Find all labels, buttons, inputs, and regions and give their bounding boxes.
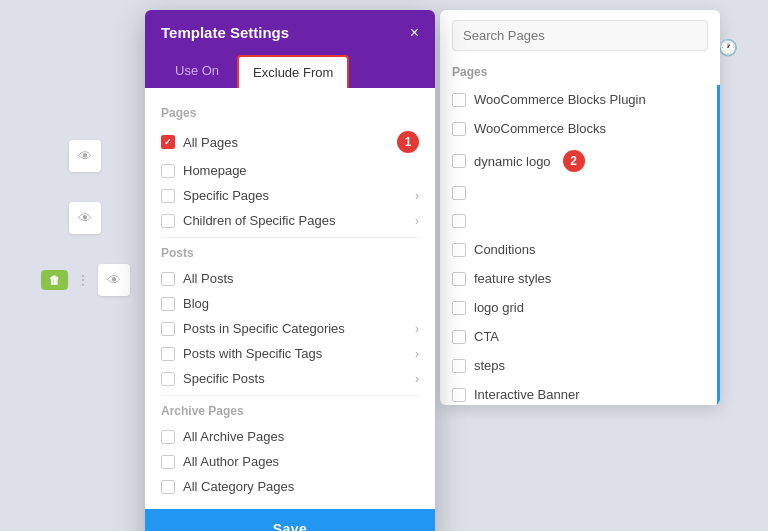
blog-item[interactable]: Blog — [161, 291, 419, 316]
posts-specific-tags-item[interactable]: Posts with Specific Tags › — [161, 341, 419, 366]
all-category-pages-label: All Category Pages — [183, 479, 419, 494]
homepage-checkbox[interactable] — [161, 164, 175, 178]
all-posts-item[interactable]: All Posts — [161, 266, 419, 291]
page-name-interactive-banner: Interactive Banner — [474, 387, 580, 402]
badge-1: 1 — [397, 131, 419, 153]
pages-list: WooCommerce Blocks Plugin WooCommerce Bl… — [440, 85, 720, 405]
specific-pages-checkbox[interactable] — [161, 189, 175, 203]
posts-specific-tags-arrow: › — [415, 347, 419, 361]
page-name-feature-styles: feature styles — [474, 271, 551, 286]
blog-checkbox[interactable] — [161, 297, 175, 311]
divider-2 — [161, 395, 419, 396]
page-name-conditions: Conditions — [474, 242, 535, 257]
tab-use-on[interactable]: Use On — [161, 55, 233, 88]
homepage-label: Homepage — [183, 163, 419, 178]
page-checkbox-5[interactable] — [452, 214, 466, 228]
posts-specific-categories-checkbox[interactable] — [161, 322, 175, 336]
sidebar-row-3: 🗑 ⋮ 👁 — [30, 264, 140, 296]
children-specific-pages-label: Children of Specific Pages — [183, 213, 407, 228]
right-panel-section-label: Pages — [440, 61, 720, 85]
all-pages-label: All Pages — [183, 135, 389, 150]
page-checkbox-feature-styles[interactable] — [452, 272, 466, 286]
save-button[interactable]: Save — [145, 509, 435, 531]
eye-icon-3[interactable]: 👁 — [98, 264, 130, 296]
page-checkbox-conditions[interactable] — [452, 243, 466, 257]
dots-icon[interactable]: ⋮ — [76, 272, 90, 288]
search-box — [440, 10, 720, 61]
all-category-pages-checkbox[interactable] — [161, 480, 175, 494]
page-name-3: dynamic logo — [474, 154, 551, 169]
page-checkbox-interactive-banner[interactable] — [452, 388, 466, 402]
green-button[interactable]: 🗑 — [41, 270, 68, 290]
page-item-5[interactable] — [440, 207, 717, 235]
specific-pages-label: Specific Pages — [183, 188, 407, 203]
all-posts-label: All Posts — [183, 271, 419, 286]
page-name-steps: steps — [474, 358, 505, 373]
all-author-pages-label: All Author Pages — [183, 454, 419, 469]
all-author-pages-checkbox[interactable] — [161, 455, 175, 469]
page-checkbox-4[interactable] — [452, 186, 466, 200]
eye-icon-1[interactable]: 👁 — [69, 140, 101, 172]
page-item-conditions[interactable]: Conditions — [440, 235, 717, 264]
pages-section-label: Pages — [161, 106, 419, 120]
all-pages-checkbox[interactable] — [161, 135, 175, 149]
page-name-2: WooCommerce Blocks — [474, 121, 606, 136]
close-button[interactable]: × — [410, 25, 419, 41]
all-archive-pages-checkbox[interactable] — [161, 430, 175, 444]
specific-posts-arrow: › — [415, 372, 419, 386]
page-item-interactive-banner[interactable]: Interactive Banner — [440, 380, 717, 405]
specific-posts-checkbox[interactable] — [161, 372, 175, 386]
blog-label: Blog — [183, 296, 419, 311]
specific-pages-item[interactable]: Specific Pages › — [161, 183, 419, 208]
search-input[interactable] — [452, 20, 708, 51]
modal-body: Pages All Pages 1 Homepage Specific Page… — [145, 88, 435, 509]
all-category-pages-item[interactable]: All Category Pages — [161, 474, 419, 499]
all-archive-pages-label: All Archive Pages — [183, 429, 419, 444]
children-specific-pages-item[interactable]: Children of Specific Pages › — [161, 208, 419, 233]
modal-tabs: Use On Exclude From — [145, 55, 435, 88]
posts-specific-categories-label: Posts in Specific Categories — [183, 321, 407, 336]
divider-1 — [161, 237, 419, 238]
tab-exclude-from[interactable]: Exclude From — [237, 55, 349, 88]
page-checkbox-3[interactable] — [452, 154, 466, 168]
page-item-1[interactable]: WooCommerce Blocks Plugin — [440, 85, 717, 114]
page-checkbox-2[interactable] — [452, 122, 466, 136]
right-panel: Pages WooCommerce Blocks Plugin WooComme… — [440, 10, 720, 405]
posts-specific-categories-item[interactable]: Posts in Specific Categories › — [161, 316, 419, 341]
template-settings-modal: Template Settings × Use On Exclude From … — [145, 10, 435, 531]
homepage-item[interactable]: Homepage — [161, 158, 419, 183]
sidebar-row-1: 👁 — [30, 140, 140, 172]
page-checkbox-logo-grid[interactable] — [452, 301, 466, 315]
page-item-2[interactable]: WooCommerce Blocks — [440, 114, 717, 143]
specific-pages-arrow: › — [415, 189, 419, 203]
specific-posts-label: Specific Posts — [183, 371, 407, 386]
specific-posts-item[interactable]: Specific Posts › — [161, 366, 419, 391]
page-item-feature-styles[interactable]: feature styles — [440, 264, 717, 293]
left-sidebar: 👁 👁 🗑 ⋮ 👁 — [30, 110, 140, 296]
all-archive-pages-item[interactable]: All Archive Pages — [161, 424, 419, 449]
page-item-logo-grid[interactable]: logo grid — [440, 293, 717, 322]
page-checkbox-1[interactable] — [452, 93, 466, 107]
page-name-1: WooCommerce Blocks Plugin — [474, 92, 646, 107]
page-checkbox-cta[interactable] — [452, 330, 466, 344]
page-item-cta[interactable]: CTA — [440, 322, 717, 351]
page-item-3[interactable]: dynamic logo 2 — [440, 143, 717, 179]
children-specific-pages-arrow: › — [415, 214, 419, 228]
modal-header: Template Settings × — [145, 10, 435, 55]
all-posts-checkbox[interactable] — [161, 272, 175, 286]
page-name-cta: CTA — [474, 329, 499, 344]
all-author-pages-item[interactable]: All Author Pages — [161, 449, 419, 474]
posts-specific-categories-arrow: › — [415, 322, 419, 336]
posts-specific-tags-checkbox[interactable] — [161, 347, 175, 361]
clock-icon[interactable]: 🕐 — [718, 38, 738, 57]
modal-title: Template Settings — [161, 24, 289, 41]
all-pages-item[interactable]: All Pages 1 — [161, 126, 419, 158]
page-item-4[interactable] — [440, 179, 717, 207]
eye-icon-2[interactable]: 👁 — [69, 202, 101, 234]
children-specific-pages-checkbox[interactable] — [161, 214, 175, 228]
page-item-steps[interactable]: steps — [440, 351, 717, 380]
archive-section-label: Archive Pages — [161, 404, 419, 418]
page-checkbox-steps[interactable] — [452, 359, 466, 373]
page-name-logo-grid: logo grid — [474, 300, 524, 315]
sidebar-row-2: 👁 — [30, 202, 140, 234]
